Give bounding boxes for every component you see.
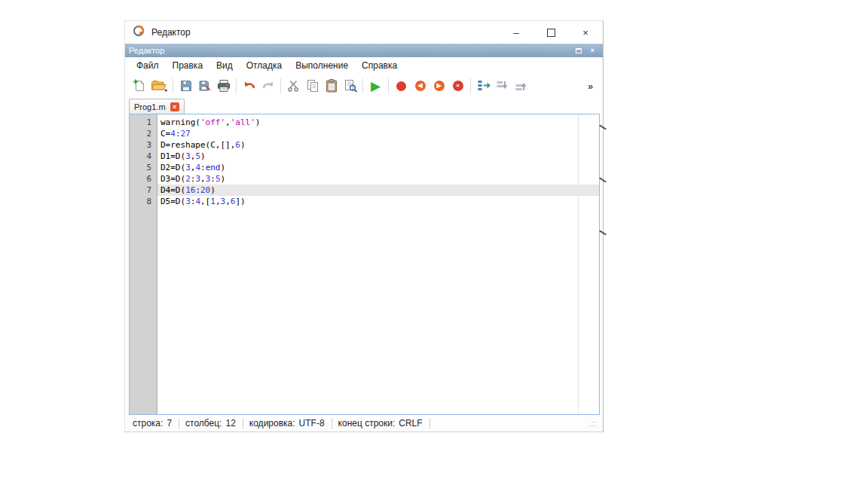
dock-close-button[interactable]: ×: [586, 45, 599, 56]
menu-item-help[interactable]: Справка: [355, 58, 404, 73]
window-titlebar[interactable]: Редактор –×: [125, 21, 603, 44]
print-button[interactable]: [214, 76, 233, 96]
line-number[interactable]: 4: [130, 151, 157, 162]
maximize-icon: [547, 29, 555, 37]
dock-titlebar[interactable]: Редактор ×: [125, 44, 603, 57]
code-token: 5: [195, 151, 200, 161]
code-token: end: [206, 163, 221, 172]
menu-item-edit[interactable]: Правка: [166, 58, 210, 73]
new-file-button[interactable]: [130, 76, 148, 96]
find-icon: [343, 78, 358, 93]
tab-close-icon[interactable]: ×: [170, 102, 179, 111]
status-label-eol: конец строки:: [338, 418, 396, 429]
code-token: D2=D(: [160, 163, 185, 172]
step-in-button[interactable]: [493, 76, 512, 96]
code-token: 3: [195, 174, 200, 184]
menu-item-debug[interactable]: Отладка: [240, 58, 289, 73]
breakpoint-toggle-button[interactable]: [392, 76, 411, 96]
undock-button[interactable]: [572, 45, 585, 56]
status-bar: строка:7столбец:12кодировка:UTF-8конец с…: [125, 415, 603, 432]
line-number[interactable]: 2: [130, 128, 157, 139]
step-out-button[interactable]: [512, 76, 530, 96]
code-token: 3: [185, 151, 191, 161]
line-number[interactable]: 6: [130, 173, 157, 185]
undo-icon: [242, 78, 257, 93]
minimize-button[interactable]: –: [499, 21, 533, 44]
toolbar-divider: [280, 78, 281, 93]
maximize-button[interactable]: [533, 21, 568, 44]
run-button[interactable]: ▶: [366, 76, 385, 96]
open-folder-icon: [150, 78, 168, 93]
menu-item-view[interactable]: Вид: [209, 58, 240, 73]
tab-prog1[interactable]: Prog1.m ×: [129, 99, 185, 114]
step-icon: [476, 78, 491, 93]
paste-icon: [324, 78, 339, 93]
menu-item-file[interactable]: Файл: [130, 58, 166, 73]
redo-button[interactable]: [258, 76, 277, 96]
status-value-encoding: UTF-8: [299, 418, 325, 429]
code-line[interactable]: D5=D(3:4,[1,3,6]): [157, 196, 599, 207]
code-token: ): [240, 140, 246, 150]
code-line[interactable]: warning('off','all'): [157, 117, 599, 128]
window-title: Редактор: [151, 27, 191, 38]
menu-item-run[interactable]: Выполнение: [289, 58, 355, 73]
open-folder-button[interactable]: [148, 76, 170, 96]
line-number[interactable]: 8: [130, 196, 157, 207]
code-line[interactable]: D1=D(3,5): [157, 151, 599, 162]
code-line[interactable]: D2=D(3,4:end): [157, 162, 599, 173]
line-number[interactable]: 7: [130, 185, 157, 196]
run-icon: ▶: [371, 80, 381, 93]
line-number[interactable]: 1: [130, 117, 157, 128]
resize-grip[interactable]: .::: [588, 419, 597, 428]
paste-button[interactable]: [322, 76, 341, 96]
find-button[interactable]: [341, 76, 359, 96]
breakpoint-prev-icon: ◀: [415, 81, 426, 91]
status-field-line: строка:7: [127, 418, 179, 429]
toolbar-divider: [362, 78, 363, 93]
close-button[interactable]: ×: [568, 21, 603, 44]
line-number[interactable]: 3: [130, 139, 157, 151]
toolbar-divider: [236, 78, 237, 93]
code-token: D4=D(: [160, 185, 185, 195]
code-line[interactable]: D4=D(16:20): [157, 185, 599, 196]
line-number[interactable]: 5: [130, 162, 157, 173]
cut-button[interactable]: [284, 76, 303, 96]
toolbar-divider: [173, 78, 173, 93]
code-token: 4: [195, 163, 200, 172]
code-token: ]): [235, 197, 245, 206]
code-token: 'off': [200, 117, 225, 127]
breakpoint-next-button[interactable]: ▶: [429, 76, 448, 96]
code-token: 4: [195, 197, 200, 206]
close-icon: ×: [582, 27, 588, 38]
save-as-button[interactable]: [195, 76, 214, 96]
code-token: 3: [185, 197, 191, 206]
code-token: 1: [210, 197, 215, 206]
code-token: ,: [225, 197, 231, 206]
minimize-icon: –: [513, 27, 518, 38]
code-token: 20: [200, 185, 210, 195]
copy-button[interactable]: [303, 76, 322, 96]
code-line[interactable]: D=reshape(C,[],6): [157, 139, 599, 151]
code-area[interactable]: warning('off','all')C=4:27D=reshape(C,[]…: [157, 114, 599, 414]
code-token: 4: [170, 129, 176, 139]
code-token: D=reshape(C,[],: [160, 140, 235, 150]
redo-icon: [261, 78, 276, 93]
code-token: ): [255, 117, 261, 127]
overflow-chevron-button[interactable]: »: [581, 76, 600, 96]
code-token: D5=D(: [160, 197, 185, 206]
code-token: 3: [185, 163, 191, 172]
breakpoint-prev-button[interactable]: ◀: [411, 76, 429, 96]
undo-button[interactable]: [240, 76, 258, 96]
code-token: 'all': [231, 117, 255, 127]
code-token: ): [221, 163, 226, 172]
breakpoint-clear-button[interactable]: ×: [448, 76, 467, 96]
code-token: D3=D(: [160, 174, 185, 184]
step-button[interactable]: [474, 76, 493, 96]
code-token: ,: [215, 197, 221, 206]
code-token: warning(: [160, 117, 200, 127]
status-value-line: 7: [167, 418, 172, 429]
save-button[interactable]: [176, 76, 195, 96]
code-line[interactable]: D3=D(2:3,3:5): [157, 173, 599, 185]
copy-icon: [305, 78, 320, 93]
code-line[interactable]: C=4:27: [157, 128, 599, 139]
